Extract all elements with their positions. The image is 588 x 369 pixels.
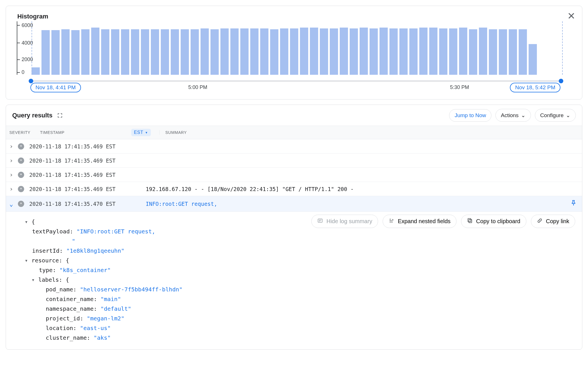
histogram-bar[interactable] [519,29,527,75]
tree-toggle-icon[interactable]: ▼ [25,258,29,264]
histogram-bar[interactable] [201,28,209,75]
histogram-bar[interactable] [340,28,348,75]
histogram-bar[interactable] [220,28,229,75]
histogram-bar[interactable] [479,28,487,75]
log-json-viewer: ▼{ textPayload: "INFO:root:GET request, … [6,215,582,349]
histogram-bar[interactable] [489,29,497,75]
range-end-pill[interactable]: Nov 18, 5:42 PM [510,83,560,92]
histogram-bar[interactable] [71,30,80,75]
tree-toggle-icon[interactable]: ▼ [32,277,36,283]
expand-chevron-icon[interactable]: › [9,171,16,178]
log-row[interactable]: ›*2020-11-18 17:41:35.469 EST [6,139,582,154]
histogram-bar[interactable] [151,29,159,75]
expand-nested-fields-button[interactable]: Expand nested fields [383,215,456,228]
time-range-slider[interactable] [29,80,574,82]
expand-chevron-icon[interactable]: › [9,143,16,150]
histogram-bar[interactable] [191,29,199,75]
hide-log-summary-button[interactable]: Hide log summary [311,215,378,228]
clipboard-icon [467,218,473,225]
histogram-bar[interactable] [161,29,169,75]
histogram-bar[interactable] [330,28,338,75]
histogram-bar[interactable] [439,28,447,75]
histogram-bar[interactable] [230,28,239,75]
histogram-card: ✕ Histogram 6000 4000 2000 0 Nov 18, 4:4… [6,6,582,99]
col-timestamp: TIMESTAMP EST▼ [40,129,159,136]
log-row[interactable]: ›*2020-11-18 17:41:35.469 EST [6,154,582,168]
link-icon [537,218,543,225]
histogram-bar[interactable] [32,67,40,75]
expand-chevron-icon[interactable]: › [9,185,16,192]
histogram-bar[interactable] [350,28,358,75]
histogram-bar[interactable] [131,29,139,75]
histogram-bar[interactable] [419,28,428,75]
fullscreen-icon[interactable] [57,113,63,118]
histogram-bar[interactable] [459,28,467,75]
severity-dot-icon: * [18,201,24,207]
pin-icon[interactable] [570,200,577,208]
histogram-bar[interactable] [81,29,89,75]
expand-chevron-icon[interactable]: › [9,157,16,164]
log-timestamp: 2020-11-18 17:41:35.469 EST [29,157,137,164]
col-summary: SUMMARY [159,130,577,135]
actions-button[interactable]: Actions⌄ [495,109,531,122]
tree-toggle-icon[interactable]: ▼ [25,219,29,225]
histogram-bars [32,21,563,75]
jump-to-now-button[interactable]: Jump to Now [449,109,491,122]
expand-tree-icon [389,218,394,225]
histogram-bar[interactable] [320,28,328,75]
chevron-down-icon: ▼ [145,131,148,134]
histogram-bar[interactable] [270,29,278,75]
histogram-bar[interactable] [141,29,149,75]
range-start-pill[interactable]: Nov 18, 4:41 PM [30,83,81,92]
histogram-bar[interactable] [469,29,477,75]
histogram-bar[interactable] [529,44,537,75]
histogram-bar[interactable] [429,28,437,75]
histogram-bar[interactable] [51,30,60,75]
close-icon[interactable]: ✕ [567,11,575,21]
copy-link-button[interactable]: Copy link [531,215,575,228]
y-tick-label: 0 [22,69,24,75]
histogram-bar[interactable] [171,29,179,75]
timezone-selector[interactable]: EST▼ [131,129,151,136]
histogram-bar[interactable] [121,29,129,75]
histogram-bar[interactable] [449,28,457,75]
histogram-bar[interactable] [181,29,189,75]
histogram-bar[interactable] [380,28,388,75]
histogram-x-axis: Nov 18, 4:41 PM 5:00 PM 5:30 PM Nov 18, … [29,82,574,94]
histogram-bar[interactable] [300,28,308,75]
log-row[interactable]: ›*2020-11-18 17:41:35.469 EST [6,168,582,182]
histogram-bar[interactable] [389,28,398,75]
log-summary: 192.168.67.120 - - [18/Nov/2020 22:41:35… [137,186,577,192]
log-timestamp: 2020-11-18 17:41:35.469 EST [29,143,137,150]
histogram-bar[interactable] [310,28,318,75]
histogram-bar[interactable] [210,29,219,75]
histogram-bar[interactable] [280,28,288,75]
configure-button[interactable]: Configure⌄ [535,109,576,122]
log-row[interactable]: ›*2020-11-18 17:41:35.469 EST192.168.67.… [6,182,582,196]
histogram-bar[interactable] [101,29,109,75]
copy-to-clipboard-button[interactable]: Copy to clipboard [461,215,526,228]
query-results-title: Query results [12,112,53,119]
log-timestamp: 2020-11-18 17:41:35.469 EST [29,186,137,192]
histogram-bar[interactable] [360,28,368,75]
severity-dot-icon: * [18,157,24,164]
histogram-bar[interactable] [91,28,99,75]
histogram-bar[interactable] [370,28,378,75]
histogram-bar[interactable] [41,30,50,75]
histogram-bar[interactable] [260,28,268,75]
histogram-bar[interactable] [61,29,70,75]
histogram-bar[interactable] [111,29,119,75]
histogram-bar[interactable] [250,28,258,75]
histogram-y-axis: 6000 4000 2000 0 [17,21,34,75]
histogram-bar[interactable] [499,29,507,75]
svg-rect-2 [468,219,471,222]
collapse-chevron-icon[interactable]: ⌄ [9,200,16,208]
svg-rect-1 [469,219,472,223]
histogram-bar[interactable] [399,28,408,75]
log-row-expanded[interactable]: ⌄ * 2020-11-18 17:41:35.470 EST INFO:roo… [6,196,582,212]
histogram-bar[interactable] [240,28,249,75]
histogram-bar[interactable] [290,28,298,75]
log-summary: INFO:root:GET request, [137,201,570,207]
histogram-bar[interactable] [409,28,418,75]
histogram-bar[interactable] [509,29,517,75]
